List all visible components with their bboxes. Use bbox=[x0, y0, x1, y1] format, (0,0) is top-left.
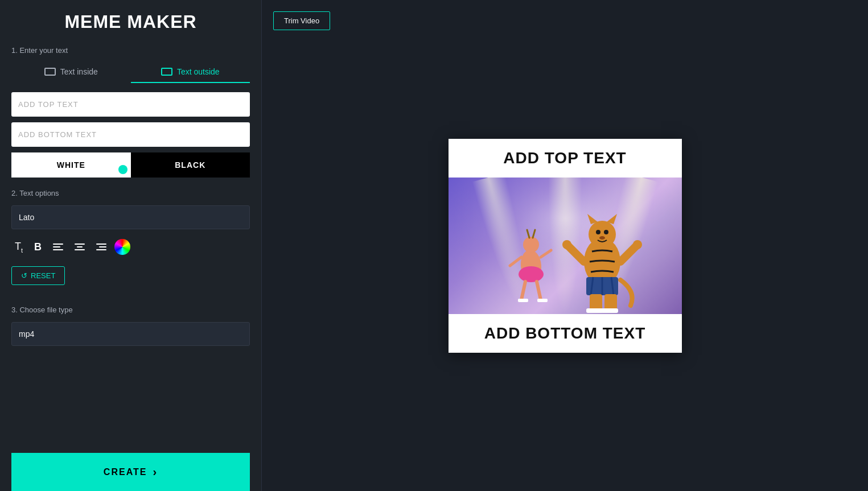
app-title: MEME MAKER bbox=[11, 11, 250, 32]
svg-point-29 bbox=[562, 240, 571, 249]
section2: 2. Text options Lato Arial Impact Comic … bbox=[11, 189, 250, 296]
tab-text-outside-label: Text outside bbox=[177, 67, 220, 76]
svg-rect-10 bbox=[518, 299, 528, 302]
svg-point-5 bbox=[519, 266, 544, 282]
reset-button[interactable]: ↺ RESET bbox=[11, 266, 65, 285]
black-button[interactable]: BLACK bbox=[131, 152, 250, 178]
create-label: CREATE bbox=[104, 467, 147, 477]
svg-point-13 bbox=[589, 221, 616, 248]
text-tools: Tt B bbox=[11, 237, 250, 257]
align-center-icon bbox=[75, 243, 85, 251]
align-center-button[interactable] bbox=[71, 240, 88, 254]
svg-rect-11 bbox=[537, 299, 548, 302]
tab-text-inside-label: Text inside bbox=[60, 67, 98, 76]
section3: 3. Choose file type mp4 gif jpg png bbox=[11, 306, 250, 355]
align-right-button[interactable] bbox=[93, 240, 110, 254]
white-button[interactable]: WHITE bbox=[11, 152, 131, 178]
top-text-input[interactable] bbox=[11, 92, 250, 117]
svg-point-30 bbox=[633, 240, 642, 249]
text-inside-icon bbox=[44, 68, 56, 76]
chevron-right-icon: › bbox=[153, 465, 158, 478]
color-buttons: WHITE BLACK bbox=[11, 152, 250, 178]
meme-preview-container: ADD TOP TEXT bbox=[273, 11, 857, 480]
tabs-row: Text inside Text outside bbox=[11, 63, 250, 83]
svg-rect-23 bbox=[590, 294, 602, 310]
meme-top-text: ADD TOP TEXT bbox=[449, 139, 682, 178]
file-type-select[interactable]: mp4 gif jpg png bbox=[11, 322, 250, 346]
align-left-button[interactable] bbox=[50, 240, 67, 254]
font-select[interactable]: Lato Arial Impact Comic Sans bbox=[11, 205, 250, 229]
reset-label: RESET bbox=[31, 271, 55, 280]
trim-video-button[interactable]: Trim Video bbox=[273, 11, 330, 30]
svg-rect-24 bbox=[604, 294, 617, 310]
svg-rect-25 bbox=[586, 308, 603, 313]
meme-image bbox=[449, 178, 682, 314]
bottom-text-input[interactable] bbox=[11, 122, 250, 147]
align-right-icon bbox=[96, 243, 106, 251]
svg-point-18 bbox=[599, 236, 605, 240]
font-size-icon: Tt bbox=[15, 241, 23, 254]
section3-label: 3. Choose file type bbox=[11, 306, 250, 314]
bold-button[interactable]: B bbox=[31, 238, 45, 257]
svg-point-17 bbox=[604, 230, 608, 234]
text-outside-icon bbox=[161, 68, 172, 76]
characters-svg bbox=[449, 178, 682, 314]
section1-label: 1. Enter your text bbox=[11, 46, 250, 55]
reset-icon: ↺ bbox=[21, 271, 27, 280]
color-picker-button[interactable] bbox=[114, 239, 130, 255]
svg-point-2 bbox=[523, 237, 539, 253]
bold-icon: B bbox=[34, 241, 42, 253]
svg-rect-26 bbox=[601, 308, 618, 313]
section2-label: 2. Text options bbox=[11, 189, 250, 197]
left-panel: MEME MAKER 1. Enter your text Text insid… bbox=[0, 0, 262, 491]
create-button[interactable]: CREATE › bbox=[11, 453, 250, 491]
font-size-button[interactable]: Tt bbox=[11, 237, 26, 257]
meme-preview: ADD TOP TEXT bbox=[449, 139, 682, 353]
tab-text-outside[interactable]: Text outside bbox=[131, 63, 250, 83]
right-panel: Trim Video ADD TOP TEXT bbox=[262, 0, 868, 491]
svg-point-16 bbox=[596, 230, 600, 234]
align-left-icon bbox=[53, 243, 63, 251]
tab-text-inside[interactable]: Text inside bbox=[11, 63, 131, 83]
meme-bottom-text: ADD BOTTOM TEXT bbox=[449, 314, 682, 353]
